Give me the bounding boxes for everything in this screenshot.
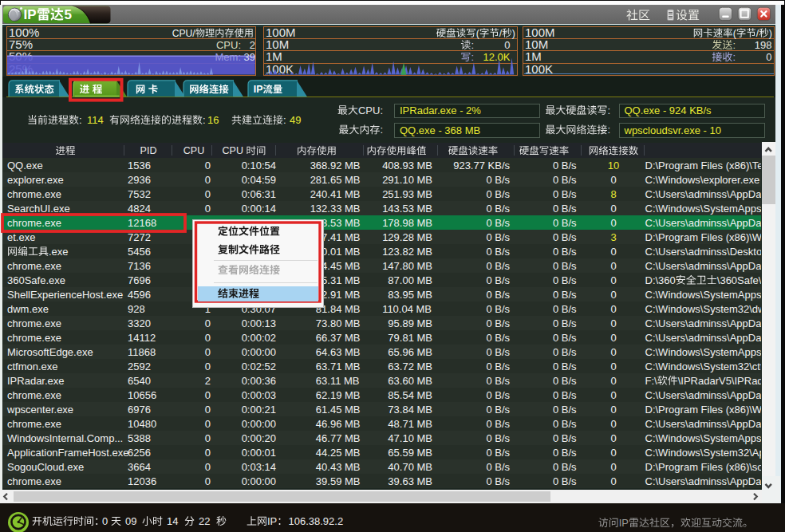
svg-text:0 B/s: 0 B/s bbox=[553, 188, 577, 200]
svg-text:63.60 MB: 63.60 MB bbox=[388, 375, 432, 387]
svg-text:0 B/s: 0 B/s bbox=[553, 246, 577, 258]
svg-text:110.04 MB: 110.04 MB bbox=[382, 303, 432, 315]
svg-text:8: 8 bbox=[610, 188, 616, 200]
svg-text:10656: 10656 bbox=[128, 389, 156, 401]
svg-text:\IPRadarV5\IPRadar: \IPRadarV5\IPRadar bbox=[678, 375, 773, 387]
svg-text:7272: 7272 bbox=[128, 231, 151, 243]
svg-text:240.41 MB: 240.41 MB bbox=[310, 188, 361, 200]
svg-text:0 B/s: 0 B/s bbox=[486, 174, 510, 186]
svg-text:CPU: CPU bbox=[183, 145, 204, 156]
svg-text:0: 0 bbox=[205, 160, 211, 171]
svg-text:0 B/s: 0 B/s bbox=[553, 375, 577, 387]
svg-text:WindowsInternal.Comp...: WindowsInternal.Comp... bbox=[7, 432, 123, 444]
svg-text:0: 0 bbox=[610, 274, 616, 286]
svg-text:C:\Windows\SystemApps\: C:\Windows\SystemApps\ bbox=[645, 203, 765, 215]
svg-text:QQ.exe - 368 MB: QQ.exe - 368 MB bbox=[400, 124, 480, 136]
svg-text:C:\Windows\SystemApps\: C:\Windows\SystemApps\ bbox=[645, 289, 765, 301]
svg-text::: : bbox=[79, 114, 82, 126]
svg-text:C:\Users\adminss\AppData: C:\Users\adminss\AppData bbox=[645, 418, 771, 430]
svg-text:chrome.exe: chrome.exe bbox=[7, 418, 61, 430]
svg-text::: : bbox=[380, 124, 383, 136]
svg-text:0: 0 bbox=[610, 303, 616, 315]
svg-text:114: 114 bbox=[87, 114, 104, 126]
svg-text:0 B/s: 0 B/s bbox=[553, 231, 577, 243]
svg-text:PID: PID bbox=[140, 145, 157, 156]
svg-text::: : bbox=[732, 51, 736, 63]
svg-text:0: 0 bbox=[102, 515, 108, 527]
svg-text:0 B/s: 0 B/s bbox=[486, 404, 510, 416]
svg-text:0 B/s: 0 B/s bbox=[486, 432, 510, 444]
svg-text:0: 0 bbox=[610, 289, 616, 301]
svg-text:CPU:: CPU: bbox=[216, 39, 241, 51]
svg-text:0 B/s: 0 B/s bbox=[553, 217, 577, 229]
svg-text:106.38.92.2: 106.38.92.2 bbox=[289, 515, 344, 527]
svg-text:0: 0 bbox=[610, 260, 616, 272]
svg-text:D:\Program Files (x86)\WP: D:\Program Files (x86)\WP bbox=[645, 404, 769, 416]
svg-text:2592: 2592 bbox=[128, 361, 151, 372]
svg-text::: : bbox=[732, 39, 736, 51]
svg-text:chrome.exe: chrome.exe bbox=[7, 317, 61, 329]
svg-text:0 B/s: 0 B/s bbox=[486, 389, 510, 401]
svg-text:0: 0 bbox=[205, 418, 211, 430]
svg-text:0: 0 bbox=[205, 447, 211, 459]
svg-text:chrome.exe: chrome.exe bbox=[7, 217, 61, 229]
svg-text:C:\Windows\SystemApps\: C:\Windows\SystemApps\ bbox=[645, 346, 765, 358]
svg-text:0: 0 bbox=[205, 317, 211, 329]
svg-text:0 B/s: 0 B/s bbox=[486, 203, 510, 215]
svg-text:0 B/s: 0 B/s bbox=[553, 432, 577, 444]
svg-text:7136: 7136 bbox=[128, 260, 151, 272]
svg-text:0 B/s: 0 B/s bbox=[553, 475, 577, 487]
svg-text:F:\: F:\ bbox=[645, 375, 658, 387]
svg-text:chrome.exe: chrome.exe bbox=[7, 475, 61, 487]
svg-text:0: 0 bbox=[610, 361, 616, 372]
svg-text:dwm.exe: dwm.exe bbox=[7, 303, 49, 315]
svg-text:87.00 MB: 87.00 MB bbox=[388, 274, 432, 286]
svg-text:0: 0 bbox=[610, 404, 616, 416]
svg-text:C:\Users\adminss\Desktop: C:\Users\adminss\Desktop bbox=[645, 246, 768, 258]
svg-text:0: 0 bbox=[205, 461, 211, 473]
svg-text:95.89 MB: 95.89 MB bbox=[388, 317, 432, 329]
svg-text:178.98 MB: 178.98 MB bbox=[382, 217, 432, 229]
svg-text:0: 0 bbox=[610, 475, 616, 487]
svg-text:D:\Program Files (x86)\Ten: D:\Program Files (x86)\Ten bbox=[645, 160, 769, 171]
svg-text:0: 0 bbox=[205, 361, 211, 372]
svg-text:explorer.exe: explorer.exe bbox=[7, 174, 64, 186]
svg-text:12168: 12168 bbox=[128, 217, 156, 229]
svg-text:0: 0 bbox=[610, 246, 616, 258]
svg-text:0 B/s: 0 B/s bbox=[486, 289, 510, 301]
svg-text:0 B/s: 0 B/s bbox=[553, 461, 577, 473]
svg-text:928: 928 bbox=[128, 303, 145, 315]
svg-text:85.54 MB: 85.54 MB bbox=[388, 389, 432, 401]
svg-text:\360Safe\: \360Safe\ bbox=[717, 274, 762, 286]
svg-text:6540: 6540 bbox=[128, 375, 151, 387]
svg-text:0 B/s: 0 B/s bbox=[486, 246, 510, 258]
svg-text:Mem:: Mem: bbox=[215, 51, 242, 63]
svg-text:0:00:02: 0:00:02 bbox=[242, 332, 276, 344]
svg-text:0:04:59: 0:04:59 bbox=[242, 174, 276, 186]
svg-text:2: 2 bbox=[250, 39, 255, 51]
svg-text:0 B/s: 0 B/s bbox=[553, 346, 577, 358]
svg-text:0 B/s: 0 B/s bbox=[553, 418, 577, 430]
svg-text:0 B/s: 0 B/s bbox=[553, 260, 577, 272]
svg-text:MicrosoftEdge.exe: MicrosoftEdge.exe bbox=[7, 346, 93, 358]
svg-text:0: 0 bbox=[610, 203, 616, 215]
svg-text:46.96 MB: 46.96 MB bbox=[316, 418, 361, 430]
svg-text::: : bbox=[283, 114, 286, 126]
svg-text:64.63 MB: 64.63 MB bbox=[316, 346, 361, 358]
svg-text:4824: 4824 bbox=[128, 203, 151, 215]
svg-text:0: 0 bbox=[610, 332, 616, 344]
svg-text:251.93 MB: 251.93 MB bbox=[382, 188, 432, 200]
svg-text:0:00:00: 0:00:00 bbox=[242, 346, 276, 358]
svg-text:0 B/s: 0 B/s bbox=[486, 418, 510, 430]
svg-text:123.82 MB: 123.82 MB bbox=[382, 246, 432, 258]
svg-text:6976: 6976 bbox=[128, 404, 151, 416]
svg-text:0 B/s: 0 B/s bbox=[553, 160, 577, 171]
svg-text:47.10 MB: 47.10 MB bbox=[388, 432, 432, 444]
svg-text:0:10:54: 0:10:54 bbox=[242, 160, 276, 171]
svg-text:0 B/s: 0 B/s bbox=[553, 447, 577, 459]
svg-text:IP: IP bbox=[619, 517, 629, 529]
svg-text:0 B/s: 0 B/s bbox=[553, 274, 577, 286]
svg-text:0: 0 bbox=[766, 51, 771, 63]
svg-text:0 B/s: 0 B/s bbox=[486, 231, 510, 243]
svg-text:): ) bbox=[512, 28, 515, 39]
